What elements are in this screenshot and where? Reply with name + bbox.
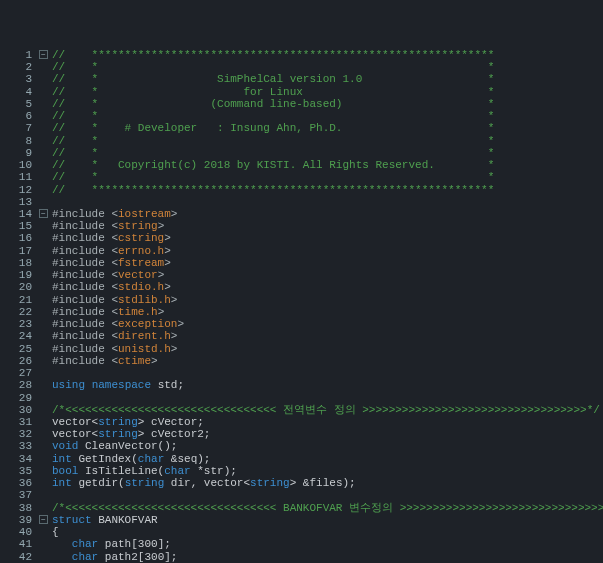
line-number: 39 <box>0 514 32 526</box>
code-token: // * * <box>52 147 494 159</box>
line-number: 38 <box>0 502 32 514</box>
code-token: #include < <box>52 306 118 318</box>
fold-toggle-icon[interactable]: − <box>39 50 48 59</box>
line-number: 42 <box>0 551 32 563</box>
code-token: > <box>158 220 165 232</box>
code-line[interactable]: #include <errno.h> <box>52 245 603 257</box>
code-line[interactable]: char path2[300]; <box>52 551 603 563</box>
code-editor[interactable]: 1234567891011121314151617181920212223242… <box>0 49 603 563</box>
code-token: #include < <box>52 208 118 220</box>
code-line[interactable]: #include <exception> <box>52 318 603 330</box>
code-line[interactable]: { <box>52 526 603 538</box>
code-line[interactable]: #include <cstring> <box>52 232 603 244</box>
code-line[interactable] <box>52 367 603 379</box>
code-line[interactable]: #include <stdio.h> <box>52 281 603 293</box>
code-token: dir, vector< <box>164 477 250 489</box>
code-line[interactable]: // * SimPhelCal version 1.0 * <box>52 73 603 85</box>
line-number: 19 <box>0 269 32 281</box>
code-token: GetIndex( <box>72 453 138 465</box>
line-number: 4 <box>0 86 32 98</box>
code-line[interactable]: // *************************************… <box>52 49 603 61</box>
line-number: 11 <box>0 171 32 183</box>
code-line[interactable] <box>52 392 603 404</box>
code-line[interactable]: char path[300]; <box>52 538 603 550</box>
code-area[interactable]: // *************************************… <box>52 49 603 563</box>
code-token: > <box>171 330 178 342</box>
line-number: 6 <box>0 110 32 122</box>
code-token: { <box>52 526 59 538</box>
code-token: BANKOFVAR <box>92 514 158 526</box>
code-line[interactable]: // * * <box>52 147 603 159</box>
code-token: #include < <box>52 294 118 306</box>
line-number: 29 <box>0 392 32 404</box>
code-line[interactable]: vector<string> cVector; <box>52 416 603 428</box>
code-line[interactable]: bool IsTitleLine(char *str); <box>52 465 603 477</box>
code-token: time.h <box>118 306 158 318</box>
code-line[interactable]: int getdir(string dir, vector<string> &f… <box>52 477 603 489</box>
line-number: 35 <box>0 465 32 477</box>
code-token: path[300]; <box>98 538 171 550</box>
code-line[interactable]: // * * <box>52 135 603 147</box>
code-token: ctime <box>118 355 151 367</box>
code-token: vector< <box>52 428 98 440</box>
code-token: // * # Developer : Insung Ahn, Ph.D. * <box>52 122 494 134</box>
code-token: > <box>177 318 184 330</box>
line-number: 15 <box>0 220 32 232</box>
code-line[interactable]: #include <unistd.h> <box>52 343 603 355</box>
code-token: #include < <box>52 245 118 257</box>
code-token: string <box>118 220 158 232</box>
code-line[interactable]: int GetIndex(char &seq); <box>52 453 603 465</box>
code-line[interactable]: /*<<<<<<<<<<<<<<<<<<<<<<<<<<<<<<<< 전역변수 … <box>52 404 603 416</box>
code-line[interactable]: vector<string> cVector2; <box>52 428 603 440</box>
code-line[interactable]: #include <vector> <box>52 269 603 281</box>
code-token: #include < <box>52 281 118 293</box>
code-token: // * * <box>52 171 494 183</box>
code-line[interactable]: #include <dirent.h> <box>52 330 603 342</box>
code-token: // * * <box>52 110 494 122</box>
code-token: stdio.h <box>118 281 164 293</box>
code-token: using <box>52 379 85 391</box>
code-line[interactable]: using namespace std; <box>52 379 603 391</box>
code-line[interactable]: #include <time.h> <box>52 306 603 318</box>
code-line[interactable]: // * * <box>52 61 603 73</box>
code-token: bool <box>52 465 78 477</box>
line-number: 1 <box>0 49 32 61</box>
code-token: #include < <box>52 355 118 367</box>
code-token: > <box>151 355 158 367</box>
code-token: > <box>158 269 165 281</box>
code-line[interactable]: // * Copyright(c) 2018 by KISTI. All Rig… <box>52 159 603 171</box>
code-line[interactable]: // * for Linux * <box>52 86 603 98</box>
code-line[interactable]: void CleanVector(); <box>52 440 603 452</box>
code-line[interactable]: /*<<<<<<<<<<<<<<<<<<<<<<<<<<<<<<<< BANKO… <box>52 502 603 514</box>
code-token: char <box>72 551 98 563</box>
code-line[interactable]: #include <string> <box>52 220 603 232</box>
line-number: 23 <box>0 318 32 330</box>
code-token: path2[300]; <box>98 551 177 563</box>
code-token: > cVector2; <box>138 428 211 440</box>
line-number: 12 <box>0 184 32 196</box>
code-token: // * * <box>52 61 494 73</box>
code-line[interactable]: // * # Developer : Insung Ahn, Ph.D. * <box>52 122 603 134</box>
code-line[interactable] <box>52 489 603 501</box>
code-line[interactable]: struct BANKOFVAR <box>52 514 603 526</box>
code-line[interactable]: #include <iostream> <box>52 208 603 220</box>
code-line[interactable]: #include <fstream> <box>52 257 603 269</box>
code-line[interactable] <box>52 196 603 208</box>
fold-toggle-icon[interactable]: − <box>39 515 48 524</box>
code-line[interactable]: // * (Command line-based) * <box>52 98 603 110</box>
line-number: 25 <box>0 343 32 355</box>
code-line[interactable]: #include <ctime> <box>52 355 603 367</box>
code-token <box>85 379 92 391</box>
code-token: > <box>171 343 178 355</box>
line-number: 33 <box>0 440 32 452</box>
code-token: #include < <box>52 220 118 232</box>
code-line[interactable]: // * * <box>52 110 603 122</box>
line-number: 9 <box>0 147 32 159</box>
code-token: *str); <box>191 465 237 477</box>
code-token: // * (Command line-based) * <box>52 98 494 110</box>
code-line[interactable]: #include <stdlib.h> <box>52 294 603 306</box>
fold-toggle-icon[interactable]: − <box>39 209 48 218</box>
code-line[interactable]: // *************************************… <box>52 184 603 196</box>
fold-column[interactable]: −−− <box>38 49 52 563</box>
code-line[interactable]: // * * <box>52 171 603 183</box>
